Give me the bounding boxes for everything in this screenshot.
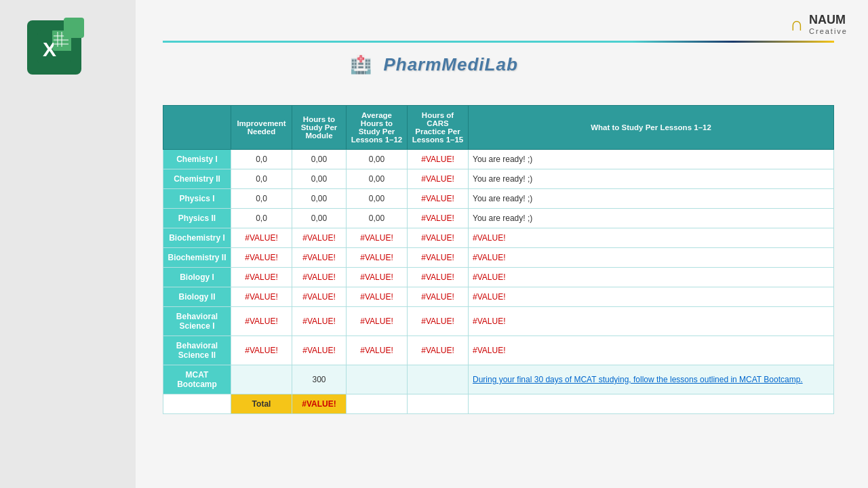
cell-improvement: #VALUE! [231,268,292,287]
cell-what: You are ready! ;) [469,169,834,189]
table-header-row: Improvement Needed Hours to Study Per Mo… [163,106,834,150]
table-row: Physics I 0,0 0,00 0,00 #VALUE! You are … [163,189,834,209]
header-cars: Hours of CARS Practice Per Lessons 1–15 [408,106,469,150]
table-row-bootcamp: MCAT Bootcamp 300 During your final 30 d… [163,365,834,394]
cell-total-empty4 [469,394,834,414]
cell-hours-study: #VALUE! [292,287,347,307]
header-subject [163,106,231,150]
cell-what: You are ready! ;) [469,150,834,169]
table-row: Chemistry II 0,0 0,00 0,00 #VALUE! You a… [163,169,834,189]
cell-improvement: #VALUE! [231,228,292,248]
cell-avg-hours: 0,00 [347,169,408,189]
table-row: Behavioral Science II #VALUE! #VALUE! #V… [163,336,834,365]
main-table: Improvement Needed Hours to Study Per Mo… [163,105,834,414]
table-row: Biochemistry II #VALUE! #VALUE! #VALUE! … [163,248,834,268]
cell-hours-study: #VALUE! [292,228,347,248]
cell-total-empty3 [408,394,469,414]
app-title-text: PharmMediLab [383,54,517,75]
naum-brand-text: NAUM [809,14,848,27]
cell-hours-study: #VALUE! [292,307,347,336]
cell-bootcamp-hours: 300 [292,365,347,394]
cell-total-empty1 [163,394,231,414]
cell-hours-study: #VALUE! [292,248,347,268]
app-title-icon: 🏥 [350,54,372,75]
cell-hours-study: #VALUE! [292,336,347,365]
table-row: Biology I #VALUE! #VALUE! #VALUE! #VALUE… [163,268,834,287]
table-body: Chemisty I 0,0 0,00 0,00 #VALUE! You are… [163,150,834,414]
cell-improvement: #VALUE! [231,287,292,307]
cell-subject: Chemistry II [163,169,231,189]
cell-avg-hours: #VALUE! [347,287,408,307]
table-row: Biology II #VALUE! #VALUE! #VALUE! #VALU… [163,287,834,307]
cell-what: #VALUE! [469,228,834,248]
table-row: Chemisty I 0,0 0,00 0,00 #VALUE! You are… [163,150,834,169]
cell-subject: Physics II [163,209,231,228]
cell-improvement: 0,0 [231,189,292,209]
cell-improvement: #VALUE! [231,307,292,336]
cell-total-empty2 [347,394,408,414]
cell-subject: Behavioral Science I [163,307,231,336]
cell-avg-hours: #VALUE! [347,268,408,287]
cell-hours-study: 0,00 [292,209,347,228]
cell-what: #VALUE! [469,268,834,287]
cell-subject: Biology I [163,268,231,287]
cell-improvement: 0,0 [231,209,292,228]
naum-sub-text: Creative [809,27,848,35]
naum-logo: ∩ NAUM Creative [790,14,848,35]
cell-improvement: 0,0 [231,169,292,189]
header-what: What to Study Per Lessons 1–12 [469,106,834,150]
cell-avg-hours: 0,00 [347,150,408,169]
cell-avg-hours: #VALUE! [347,228,408,248]
cell-hours-study: 0,00 [292,150,347,169]
cell-what: #VALUE! [469,287,834,307]
cell-what: #VALUE! [469,307,834,336]
cell-avg-hours: #VALUE! [347,248,408,268]
cell-hours-study: #VALUE! [292,268,347,287]
cell-total-label: Total [231,394,292,414]
cell-cars: #VALUE! [408,336,469,365]
cell-cars: #VALUE! [408,150,469,169]
cell-cars: #VALUE! [408,169,469,189]
cell-improvement: #VALUE! [231,336,292,365]
header-avg-hours: Average Hours to Study Per Lessons 1–12 [347,106,408,150]
cell-what: #VALUE! [469,248,834,268]
table-row: Behavioral Science I #VALUE! #VALUE! #VA… [163,307,834,336]
app-title: 🏥 PharmMediLab [0,54,868,75]
cell-cars: #VALUE! [408,307,469,336]
cell-hours-study: 0,00 [292,189,347,209]
header-improvement: Improvement Needed [231,106,292,150]
cell-bootcamp-what[interactable]: During your final 30 days of MCAT studyi… [469,365,834,394]
cell-improvement: 0,0 [231,150,292,169]
cell-cars: #VALUE! [408,268,469,287]
cell-avg-hours: 0,00 [347,189,408,209]
cell-bootcamp-improvement [231,365,292,394]
cell-what: You are ready! ;) [469,189,834,209]
cell-subject: Physics I [163,189,231,209]
naum-icon: ∩ [790,15,804,34]
cell-subject: Biochemistry II [163,248,231,268]
cell-subject: Biology II [163,287,231,307]
cell-what: #VALUE! [469,336,834,365]
cell-cars: #VALUE! [408,228,469,248]
cell-subject: Biochemistry I [163,228,231,248]
cell-bootcamp-cars [408,365,469,394]
cell-hours-study: 0,00 [292,169,347,189]
cell-total-value: #VALUE! [292,394,347,414]
cell-cars: #VALUE! [408,287,469,307]
cell-cars: #VALUE! [408,209,469,228]
cell-avg-hours: #VALUE! [347,307,408,336]
cell-avg-hours: 0,00 [347,209,408,228]
table-row: Physics II 0,0 0,00 0,00 #VALUE! You are… [163,209,834,228]
cell-avg-hours: #VALUE! [347,336,408,365]
cell-cars: #VALUE! [408,248,469,268]
table-row-total: Total #VALUE! [163,394,834,414]
cell-improvement: #VALUE! [231,248,292,268]
header-hours-study: Hours to Study Per Module [292,106,347,150]
table-container: Improvement Needed Hours to Study Per Mo… [163,105,834,414]
cell-subject: Chemisty I [163,150,231,169]
cell-subject: Behavioral Science II [163,336,231,365]
cell-cars: #VALUE! [408,189,469,209]
cell-bootcamp-avg [347,365,408,394]
cell-what: You are ready! ;) [469,209,834,228]
cell-bootcamp-subject: MCAT Bootcamp [163,365,231,394]
